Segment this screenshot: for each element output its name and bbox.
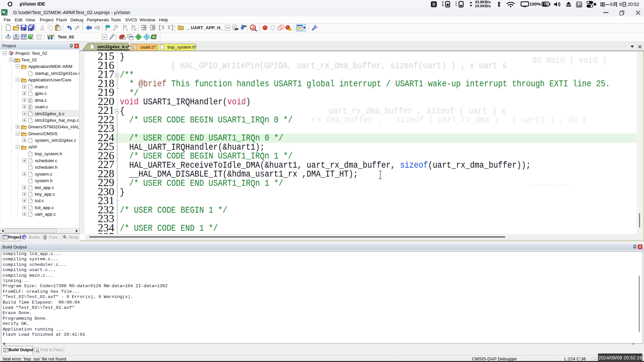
svg-text:s: s (6, 12, 8, 15)
svg-text:@: @ (252, 25, 255, 30)
svg-text:?: ? (24, 236, 26, 239)
